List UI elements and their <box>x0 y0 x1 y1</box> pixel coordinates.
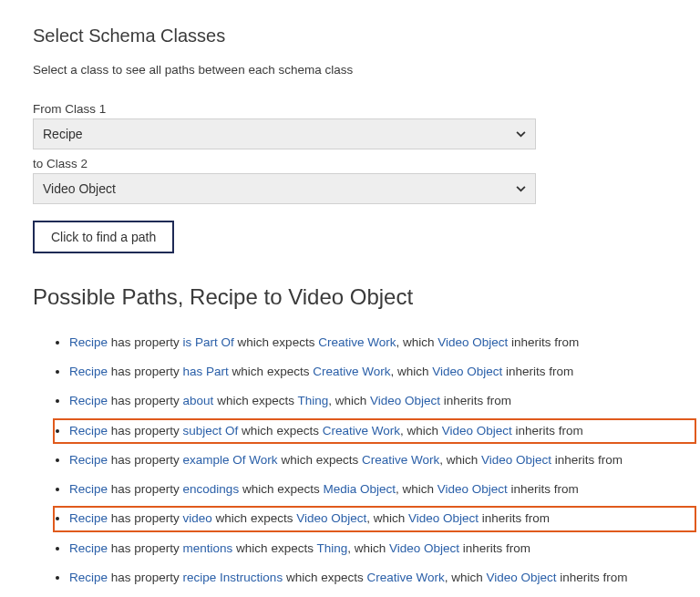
path-item: Recipe has property about which expects … <box>69 386 667 416</box>
txt-comma-which: , which <box>396 335 438 349</box>
txt-which-expects: which expects <box>229 365 313 378</box>
txt-inherits-from: inherits from <box>508 482 579 496</box>
txt-inherits-from: inherits from <box>459 541 530 555</box>
path-start-link[interactable]: Recipe <box>69 424 108 437</box>
to-class-label: to Class 2 <box>33 157 667 170</box>
path-inherit-link[interactable]: Video Object <box>370 394 440 407</box>
txt-comma-which: , which <box>445 571 487 584</box>
txt-comma-which: , which <box>396 482 438 496</box>
path-property-link[interactable]: subject Of <box>183 424 239 437</box>
txt-has-property: has property <box>108 365 183 378</box>
path-item: Recipe has property recipe Instructions … <box>69 563 667 592</box>
path-item: Recipe has property encodings which expe… <box>69 475 667 504</box>
path-start-link[interactable]: Recipe <box>69 365 108 378</box>
path-expects-link[interactable]: Thing <box>297 394 328 407</box>
txt-has-property: has property <box>108 571 183 584</box>
txt-comma-which: , which <box>390 365 432 378</box>
txt-which-expects: which expects <box>238 424 322 437</box>
path-expects-link[interactable]: Video Object <box>296 511 366 525</box>
path-property-link[interactable]: encodings <box>183 482 240 496</box>
txt-which-expects: which expects <box>232 541 316 555</box>
paths-list: Recipe has property is Part Of which exp… <box>33 328 667 597</box>
intro-text: Select a class to see all paths between … <box>33 63 667 77</box>
txt-has-property: has property <box>108 511 183 525</box>
path-start-link[interactable]: Recipe <box>69 453 108 467</box>
txt-inherits-from: inherits from <box>557 571 628 584</box>
path-property-link[interactable]: is Part Of <box>183 335 234 349</box>
chevron-down-icon <box>516 184 526 194</box>
path-inherit-link[interactable]: Video Object <box>438 335 508 349</box>
path-item: Recipe has property mentions which expec… <box>69 534 667 563</box>
path-item: Recipe has property is Part Of which exp… <box>69 328 667 357</box>
to-class-value: Video Object <box>43 181 116 196</box>
find-path-button[interactable]: Click to find a path <box>33 221 174 253</box>
chevron-down-icon <box>516 129 526 139</box>
path-start-link[interactable]: Recipe <box>69 482 108 496</box>
path-expects-link[interactable]: Creative Work <box>318 335 396 349</box>
path-item: Recipe has property video which expects … <box>69 504 667 533</box>
txt-which-expects: which expects <box>239 482 323 496</box>
path-inherit-link[interactable]: Video Object <box>438 482 508 496</box>
path-property-link[interactable]: about <box>183 394 214 407</box>
path-inherit-link[interactable]: Video Object <box>408 511 479 525</box>
txt-comma-which: , which <box>439 453 481 467</box>
path-inherit-link[interactable]: Video Object <box>442 424 512 437</box>
path-item: Recipe has property example Of Work whic… <box>69 446 667 475</box>
txt-which-expects: which expects <box>278 453 362 467</box>
path-item: Recipe has property subject Of which exp… <box>69 417 667 446</box>
path-inherit-link[interactable]: Video Object <box>481 453 551 467</box>
path-expects-link[interactable]: Creative Work <box>323 424 400 437</box>
from-class-value: Recipe <box>43 127 83 141</box>
from-class-select[interactable]: Recipe <box>33 118 536 149</box>
txt-inherits-from: inherits from <box>502 365 573 378</box>
txt-which-expects: which expects <box>283 571 366 584</box>
path-start-link[interactable]: Recipe <box>69 571 108 584</box>
path-expects-link[interactable]: Creative Work <box>366 571 444 584</box>
path-inherit-link[interactable]: Video Object <box>432 365 502 378</box>
results-heading: Possible Paths, Recipe to Video Object <box>33 284 667 310</box>
path-expects-link[interactable]: Creative Work <box>313 365 390 378</box>
page-heading: Select Schema Classes <box>33 26 667 46</box>
path-item: Recipe has property publishing Principle… <box>69 592 667 597</box>
path-start-link[interactable]: Recipe <box>69 394 108 407</box>
txt-has-property: has property <box>108 424 183 437</box>
txt-has-property: has property <box>108 394 183 407</box>
txt-has-property: has property <box>108 482 183 496</box>
path-start-link[interactable]: Recipe <box>69 541 108 555</box>
path-start-link[interactable]: Recipe <box>69 511 108 525</box>
txt-comma-which: , which <box>366 511 408 525</box>
txt-which-expects: which expects <box>234 335 318 349</box>
txt-inherits-from: inherits from <box>479 511 550 525</box>
path-item: Recipe has property has Part which expec… <box>69 357 667 386</box>
path-property-link[interactable]: recipe Instructions <box>183 571 283 584</box>
txt-comma-which: , which <box>400 424 442 437</box>
txt-which-expects: which expects <box>213 394 297 407</box>
txt-inherits-from: inherits from <box>551 453 623 467</box>
to-class-select[interactable]: Video Object <box>33 173 536 204</box>
txt-has-property: has property <box>108 453 183 467</box>
txt-inherits-from: inherits from <box>508 335 579 349</box>
path-property-link[interactable]: example Of Work <box>183 453 278 467</box>
from-class-label: From Class 1 <box>33 102 667 116</box>
path-inherit-link[interactable]: Video Object <box>487 571 557 584</box>
path-property-link[interactable]: video <box>183 511 212 525</box>
txt-inherits-from: inherits from <box>512 424 583 437</box>
path-expects-link[interactable]: Media Object <box>323 482 396 496</box>
txt-has-property: has property <box>108 335 183 349</box>
txt-inherits-from: inherits from <box>440 394 511 407</box>
path-inherit-link[interactable]: Video Object <box>389 541 459 555</box>
txt-comma-which: , which <box>347 541 389 555</box>
path-expects-link[interactable]: Creative Work <box>362 453 439 467</box>
txt-which-expects: which expects <box>212 511 296 525</box>
path-property-link[interactable]: has Part <box>183 365 229 378</box>
txt-comma-which: , which <box>328 394 370 407</box>
path-expects-link[interactable]: Thing <box>316 541 347 555</box>
path-start-link[interactable]: Recipe <box>69 335 108 349</box>
txt-has-property: has property <box>108 541 183 555</box>
path-property-link[interactable]: mentions <box>183 541 233 555</box>
